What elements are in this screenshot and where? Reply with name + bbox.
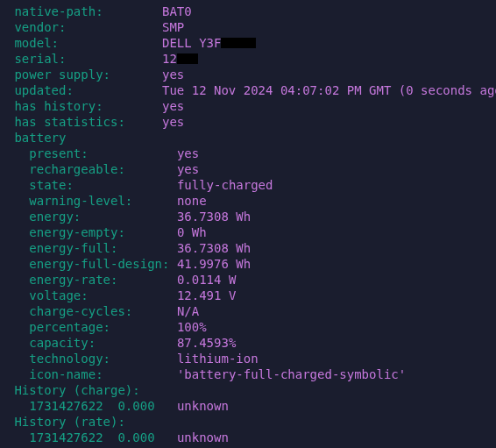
output-line: energy-full: 36.7308 Wh <box>7 240 489 256</box>
output-line: technology: lithium-ion <box>7 351 489 366</box>
field-value: yes <box>177 146 199 160</box>
field-label: technology: <box>7 352 177 366</box>
history-data: 1731427622 0.000 <box>7 430 177 444</box>
field-label: energy-full: <box>7 241 177 255</box>
field-value: yes <box>162 68 184 82</box>
output-line: energy-rate: 0.0114 W <box>7 272 489 288</box>
output-line: voltage: 12.491 V <box>7 288 489 303</box>
output-line: power supply: yes <box>7 67 489 82</box>
output-line: serial: 12 <box>7 51 489 67</box>
field-value: lithium-ion <box>177 352 259 366</box>
field-value: N/A <box>177 304 199 318</box>
field-label: serial: <box>7 52 162 66</box>
field-value: Tue 12 Nov 2024 04:07:02 PM GMT (0 secon… <box>162 83 496 97</box>
field-label: charge-cycles: <box>7 304 177 318</box>
output-line: has statistics: yes <box>7 114 489 130</box>
field-label: has statistics: <box>7 115 162 129</box>
field-label: energy: <box>7 210 177 224</box>
history-state: unknown <box>177 399 229 413</box>
field-value: DELL Y3F <box>162 36 221 50</box>
field-value: 12 <box>162 52 177 66</box>
field-label: native-path: <box>7 4 162 18</box>
output-line: updated: Tue 12 Nov 2024 04:07:02 PM GMT… <box>7 82 489 98</box>
field-label: updated: <box>7 83 162 97</box>
redaction-block <box>177 53 198 64</box>
output-line: state: fully-charged <box>7 177 489 193</box>
field-label: voltage: <box>7 288 177 302</box>
field-value: none <box>177 194 207 208</box>
field-value: 0.0114 W <box>177 273 236 287</box>
field-value: BAT0 <box>162 4 192 18</box>
field-label: warning-level: <box>7 194 177 208</box>
field-value: 87.4593% <box>177 336 236 350</box>
output-line: model: DELL Y3F <box>7 35 489 51</box>
field-label: state: <box>7 178 177 192</box>
field-value: 36.7308 Wh <box>177 210 251 224</box>
output-line: energy-empty: 0 Wh <box>7 224 489 240</box>
output-line: energy-full-design: 41.9976 Wh <box>7 256 489 272</box>
field-label: vendor: <box>7 20 162 34</box>
field-value: 'battery-full-charged-symbolic' <box>177 367 406 381</box>
field-label: power supply: <box>7 68 162 82</box>
field-value: 36.7308 Wh <box>177 241 251 255</box>
field-value: yes <box>162 99 184 113</box>
field-label: percentage: <box>7 320 177 334</box>
field-value: fully-charged <box>177 178 273 192</box>
field-label: has history: <box>7 99 162 113</box>
field-label: model: <box>7 36 162 50</box>
field-value: 12.491 V <box>177 288 236 302</box>
history-header: History (rate): <box>7 414 489 430</box>
output-line: has history: yes <box>7 98 489 114</box>
field-label: energy-empty: <box>7 225 177 239</box>
output-line: capacity: 87.4593% <box>7 335 489 351</box>
field-label: capacity: <box>7 336 177 350</box>
field-value: yes <box>177 162 199 176</box>
section-label: battery <box>7 131 66 145</box>
output-line: rechargeable: yes <box>7 161 489 177</box>
output-line: vendor: SMP <box>7 19 489 35</box>
output-line: present: yes <box>7 146 489 161</box>
history-state: unknown <box>177 430 229 444</box>
field-value: 0 Wh <box>177 225 207 239</box>
output-line: icon-name: 'battery-full-charged-symboli… <box>7 366 489 382</box>
field-label: icon-name: <box>7 367 177 381</box>
terminal-output: native-path: BAT0 vendor: SMP model: DEL… <box>7 4 489 445</box>
redaction-block <box>221 38 256 48</box>
field-label: energy-rate: <box>7 273 177 287</box>
field-value: yes <box>162 115 184 129</box>
field-value: 41.9976 Wh <box>177 257 251 271</box>
field-value: SMP <box>162 20 184 34</box>
history-label: History (rate): <box>7 415 125 429</box>
output-line: charge-cycles: N/A <box>7 303 489 319</box>
output-line: warning-level: none <box>7 193 489 209</box>
output-line: percentage: 100% <box>7 319 489 335</box>
output-line: energy: 36.7308 Wh <box>7 209 489 224</box>
output-line: native-path: BAT0 <box>7 4 489 19</box>
field-value: 100% <box>177 320 207 334</box>
history-line: 1731427622 0.000 unknown <box>7 430 489 445</box>
field-label: present: <box>7 146 177 160</box>
history-header: History (charge): <box>7 382 489 398</box>
history-label: History (charge): <box>7 383 140 397</box>
section-header: battery <box>7 130 489 146</box>
field-label: energy-full-design: <box>7 257 177 271</box>
history-line: 1731427622 0.000 unknown <box>7 398 489 414</box>
field-label: rechargeable: <box>7 162 177 176</box>
history-data: 1731427622 0.000 <box>7 399 177 413</box>
